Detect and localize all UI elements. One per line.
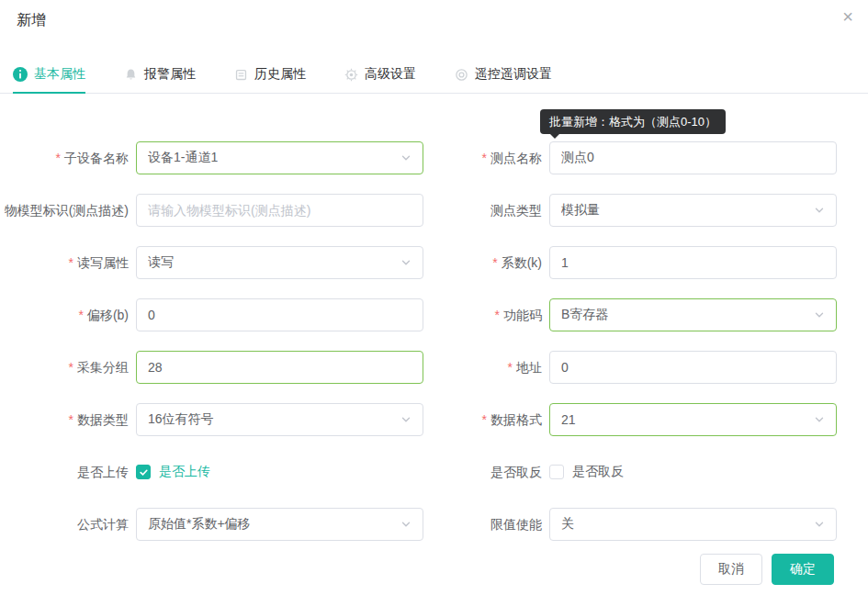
form-row: *子设备名称 设备1-通道1 *测点名称 — [0, 141, 868, 174]
cancel-button[interactable]: 取消 — [700, 554, 762, 585]
form-row: *读写属性 读写 *系数(k) — [0, 246, 868, 279]
add-point-dialog: 新增 × 基本属性 报警属性 历史属性 — [0, 0, 868, 595]
form-row: 公式计算 原始值*系数+偏移 限值使能 关 — [0, 508, 868, 541]
sub-device-select[interactable]: 设备1-通道1 — [136, 141, 423, 174]
select-value: 关 — [561, 516, 574, 533]
invert-checkbox[interactable]: 是否取反 — [549, 464, 624, 480]
form-row: *采集分组 *地址 — [0, 351, 868, 384]
select-value: B寄存器 — [561, 307, 608, 323]
required-mark: * — [56, 151, 61, 165]
point-name-input[interactable] — [549, 141, 837, 174]
collect-group-value[interactable] — [148, 360, 411, 375]
tab-remote-settings[interactable]: 遥控遥调设置 — [455, 65, 552, 94]
field-label: 公式计算 — [0, 508, 136, 541]
field-label: *测点名称 — [423, 141, 549, 174]
limit-enable-select[interactable]: 关 — [549, 508, 837, 541]
field-label: *系数(k) — [423, 246, 549, 279]
tab-bar: 基本属性 报警属性 历史属性 — [0, 65, 868, 94]
form-row: 是否上传 是否上传 是否取反 是否取反 — [0, 455, 868, 488]
basic-props-form: *子设备名称 设备1-通道1 *测点名称 物 — [0, 141, 868, 560]
tooltip-text: 批量新增：格式为（测点0-10） — [549, 115, 716, 129]
chevron-down-icon — [400, 414, 411, 425]
required-mark: * — [69, 360, 73, 375]
check-icon — [139, 467, 149, 477]
coefficient-input[interactable] — [549, 246, 837, 279]
gear-icon — [344, 68, 358, 82]
confirm-button[interactable]: 确定 — [772, 554, 834, 585]
offset-value[interactable] — [148, 308, 411, 322]
select-value: 设备1-通道1 — [148, 150, 218, 166]
field-label: *地址 — [423, 351, 549, 384]
checkbox-label: 是否取反 — [572, 464, 624, 480]
dialog-footer: 取消 确定 — [700, 554, 834, 585]
tab-history-props[interactable]: 历史属性 — [234, 65, 306, 94]
function-code-select[interactable]: B寄存器 — [549, 298, 837, 331]
info-icon — [13, 67, 28, 82]
field-label: 是否上传 — [0, 455, 136, 488]
data-format-select[interactable]: 21 — [549, 403, 837, 436]
model-id-value[interactable] — [148, 203, 411, 218]
required-mark: * — [508, 360, 513, 375]
field-label: 限值使能 — [423, 508, 549, 541]
address-value[interactable] — [561, 360, 825, 375]
checkbox-label: 是否上传 — [159, 464, 210, 480]
bell-icon — [124, 68, 138, 82]
required-mark: * — [69, 412, 73, 427]
tab-alarm-props[interactable]: 报警属性 — [124, 65, 196, 94]
select-value: 原始值*系数+偏移 — [148, 516, 251, 533]
data-type-select[interactable]: 16位有符号 — [136, 403, 423, 436]
chevron-down-icon — [814, 414, 825, 425]
point-type-select[interactable]: 模拟量 — [549, 194, 837, 227]
field-label: *读写属性 — [0, 246, 136, 279]
tab-label: 遥控遥调设置 — [475, 66, 552, 83]
coefficient-value[interactable] — [561, 255, 825, 270]
collect-group-input[interactable] — [136, 351, 423, 384]
chevron-down-icon — [400, 257, 411, 268]
point-name-value[interactable] — [561, 151, 825, 165]
rw-attribute-select[interactable]: 读写 — [136, 246, 423, 279]
close-icon[interactable]: × — [837, 2, 859, 31]
required-mark: * — [78, 308, 83, 322]
chevron-down-icon — [814, 519, 825, 530]
checkbox-box — [136, 465, 151, 479]
field-label: *功能码 — [423, 298, 549, 331]
tooltip-arrow — [549, 133, 560, 139]
select-value: 21 — [561, 412, 576, 427]
double-circle-icon — [455, 68, 468, 82]
field-label: *数据格式 — [423, 403, 549, 436]
tab-label: 报警属性 — [144, 66, 196, 83]
tab-advanced-settings[interactable]: 高级设置 — [344, 65, 416, 94]
field-label: *子设备名称 — [0, 141, 136, 174]
form-row: 物模型标识(测点描述) 测点类型 模拟量 — [0, 194, 868, 227]
tab-label: 历史属性 — [254, 66, 306, 83]
tab-label: 基本属性 — [34, 66, 85, 83]
chevron-down-icon — [814, 205, 825, 216]
select-value: 16位有符号 — [148, 411, 214, 428]
field-label: *采集分组 — [0, 351, 136, 384]
form-row: *偏移(b) *功能码 B寄存器 — [0, 298, 868, 331]
field-label: 物模型标识(测点描述) — [0, 194, 136, 227]
field-label: 测点类型 — [423, 194, 549, 227]
field-label: *数据类型 — [0, 403, 136, 436]
form-row: *数据类型 16位有符号 *数据格式 21 — [0, 403, 868, 436]
offset-input[interactable] — [136, 298, 423, 331]
address-input[interactable] — [549, 351, 837, 384]
history-icon — [234, 68, 248, 82]
model-id-input[interactable] — [136, 194, 423, 227]
chevron-down-icon — [814, 309, 825, 320]
checkbox-box — [549, 465, 564, 479]
select-value: 模拟量 — [561, 202, 600, 219]
dialog-title: 新增 — [17, 11, 46, 30]
formula-select[interactable]: 原始值*系数+偏移 — [136, 508, 423, 541]
field-label: *偏移(b) — [0, 298, 136, 331]
select-value: 读写 — [148, 254, 174, 271]
chevron-down-icon — [400, 519, 411, 530]
field-label: 是否取反 — [423, 455, 549, 488]
upload-checkbox[interactable]: 是否上传 — [136, 464, 210, 480]
chevron-down-icon — [400, 152, 411, 163]
required-mark: * — [492, 255, 497, 270]
tab-basic-props[interactable]: 基本属性 — [13, 65, 85, 94]
required-mark: * — [482, 151, 487, 165]
tab-label: 高级设置 — [365, 66, 416, 83]
required-mark: * — [482, 412, 487, 427]
